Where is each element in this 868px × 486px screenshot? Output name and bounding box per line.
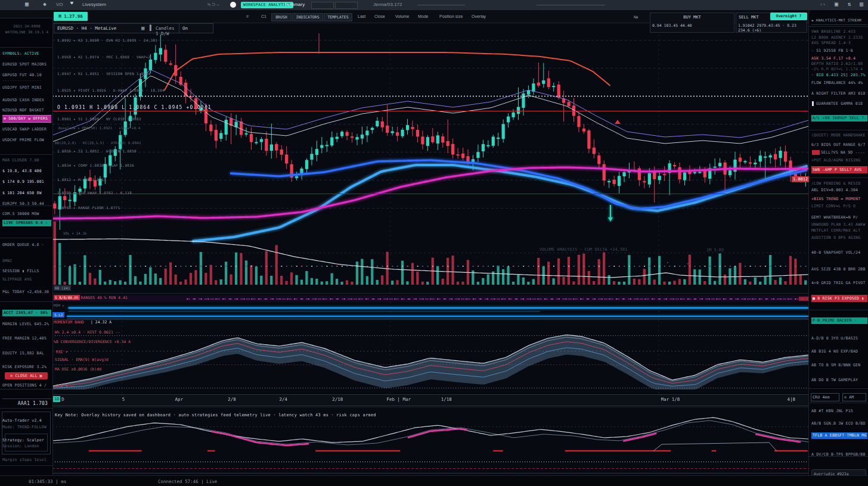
grid-icon[interactable]: ▦ <box>25 1 29 7</box>
list-item[interactable]: AVG SIZE 43B 0 BRR 2BB <box>811 266 867 272</box>
toolbar-button[interactable]: TEMPLATES <box>324 13 352 21</box>
list-item[interactable]: AB #T KBN JNL P15 SCHBBL <box>811 408 867 414</box>
list-item[interactable]: ⊖ CLOSE ALL ▣ <box>5 372 48 379</box>
list-item[interactable]: AUDITION 9 BPS AGING USE <box>811 235 867 241</box>
list-item[interactable]: UNWOUND PLAN 3.43 AWKW <box>811 222 867 228</box>
symbol-quote-button[interactable]: M 1.27.96 <box>54 12 88 21</box>
list-item[interactable]: +BIAS TREND = MOMENT <box>811 196 867 202</box>
list-item[interactable]: $ 101 204 650 8W <box>2 190 51 196</box>
toolbar-button[interactable]: BRUSH <box>271 13 292 21</box>
menu-item[interactable]: Volume <box>395 14 409 18</box>
list-item[interactable]: EURUSD SPOT MAJORS 44.52 <box>2 61 51 67</box>
heart-icon[interactable]: ♥ <box>70 1 73 6</box>
signal-icon[interactable]: ⇅ <box>848 1 851 7</box>
list-item[interactable]: A-D/B 0 3YO U/BASIS 3YB <box>811 335 867 341</box>
list-item[interactable]: Mode: TREND-FOLLOW <box>2 424 51 430</box>
sync-icon[interactable]: Ϟ Ͻ ‒ <box>207 2 219 7</box>
list-item[interactable]: - S1 92558 FB 1·6 ·40211 040 <box>811 48 867 54</box>
list-item[interactable]: A/L +99 168%UP SELL ? <box>811 115 867 122</box>
list-item[interactable]: SESSION ▮ FILLS 400A <box>2 268 51 274</box>
list-item[interactable]: WATCHLINE 30.19.1 4 43.10 <box>2 29 51 35</box>
grid-icon[interactable]: ▦ <box>141 25 144 31</box>
list-item[interactable]: +PUT ALD/AGMA RISING <box>811 157 867 163</box>
price-chart-canvas[interactable] <box>52 32 808 473</box>
c1-label[interactable]: C1 <box>261 14 266 18</box>
list-item[interactable]: SYMBOLS: ACTIVE 50.45 <box>2 51 51 57</box>
list-item[interactable]: USDCHF PRIME FLOW 50.05 <box>2 137 51 143</box>
menu-item[interactable]: Overlay <box>472 14 486 18</box>
list-item[interactable]: $ 174 0.9 195.001 <box>2 179 51 185</box>
list-item[interactable]: 4+0 GRID TRIG GA PIVOT 39B <box>811 280 867 286</box>
list-item[interactable]: LIVE SPREADS 0.4 - 1.2 <box>2 220 51 226</box>
list-item[interactable]: P·B PRIME BACKER · PLAY · BR <box>811 317 867 324</box>
list-item[interactable]: ~2% R.M BUY=L 1.174 4 F <box>811 66 867 72</box>
overnight-button[interactable]: Overnight ? <box>770 13 807 20</box>
bracket-icon[interactable]: ‹ › <box>820 2 825 7</box>
list-item[interactable]: SELL?VS NA 9D ---- <box>811 149 867 155</box>
list-item[interactable]: MAR CLOSER 7.00 <box>2 157 51 163</box>
list-item[interactable]: USDCAD SWAP LADDER 41.10 <box>2 126 51 132</box>
list-item[interactable]: ◈ ANALYTICS-MKT STREAM <box>811 16 867 25</box>
list-item[interactable]: ⊙ AM <box>842 393 866 401</box>
list-item[interactable]: ACCT 2345.67 · 98% <box>2 310 51 316</box>
gem-icon[interactable]: ◈ <box>43 1 46 7</box>
list-item[interactable]: COM.5 30000 MOW 6000 <box>2 211 51 217</box>
list-item[interactable]: SWB -AMP P SELL? AVG TA-B <box>811 166 867 173</box>
buy-quote-box[interactable]: BUY MKT 0.94 103.45 44.40 <box>650 13 734 33</box>
list-item[interactable]: NZDUSD NDF BASKET 39.15 <box>2 107 51 113</box>
list-item[interactable]: AVG SPREAD 1.4·3 40.73L 0.02 <box>811 40 867 46</box>
vo-icon[interactable]: VO <box>56 2 63 7</box>
list-item[interactable]: CRU 4mm <box>811 393 839 401</box>
list-item[interactable]: · BID 0.433 25] 203.7% 10 G <box>811 72 867 78</box>
menu-item[interactable]: Close <box>374 14 385 18</box>
list-item[interactable]: AAA1 1.703 <box>2 398 51 409</box>
list-item[interactable]: SLIPPAGE AVG 0.00012 <box>2 276 51 282</box>
list-item[interactable]: OMNI <box>2 258 51 264</box>
list-item[interactable]: LIMIT CONV=L P/S O STOP/ALL <box>811 203 867 209</box>
slider-track[interactable] <box>537 5 605 5</box>
list-item[interactable]: VWA BASELINE 2.433 4844 <box>811 29 867 35</box>
slider-track[interactable] <box>417 5 465 5</box>
no-toggle[interactable]: № <box>634 15 638 19</box>
list-item[interactable]: ABL DIV=0.003 4.304 PWNB <box>811 187 867 193</box>
menu-item[interactable]: Last <box>358 14 365 18</box>
list-item[interactable]: P&L TODAY +2,450.30 <box>2 289 51 295</box>
list-item[interactable]: TFLB A EBBSFT·TMBLN MG +B <box>811 432 867 439</box>
list-item[interactable]: ---------------- <box>2 77 51 83</box>
list-item[interactable]: Session: London <box>2 443 51 449</box>
menu-item[interactable]: Position size <box>439 14 463 18</box>
list-item[interactable]: 2021 34.0000 <box>2 23 51 29</box>
hash-icon[interactable]: # <box>246 14 249 18</box>
list-item[interactable]: FLOW IMBALANCE 44% 4% 234 <box>811 80 867 86</box>
list-item[interactable]: GEM? WHATBREAK=N P/ DARWIN <box>811 214 867 220</box>
menu-item[interactable]: Mode <box>418 14 429 18</box>
list-item[interactable]: ■ B RISK P3 EXPOSED ▮ <box>811 295 867 302</box>
toolbar-slot[interactable] <box>311 2 334 9</box>
list-item[interactable]: Strategy: Scalper 1m <box>2 437 51 443</box>
list-item[interactable]: AB DO B TW GAMEPLAY DBL <box>811 377 867 383</box>
list-item[interactable]: $ 19.8, 43.8 400 900 <box>2 168 51 174</box>
list-item[interactable]: /LOW PENDING & RESID AVG <box>811 180 867 186</box>
list-item[interactable]: GUARANTEE GAMMA 018 <box>811 101 867 107</box>
toolbar-button[interactable]: INDICATORS <box>292 13 323 21</box>
list-item[interactable]: Auto-Trader v2.4 <box>2 418 51 423</box>
toolbar-slot[interactable] <box>335 2 358 9</box>
list-item[interactable]: A NIGHT FILTER AM3 018 <box>811 91 867 96</box>
list-item[interactable]: MKTFLAT CORR/MAX ALT 905 <box>811 228 867 233</box>
list-item[interactable]: RISK EXPOSURE 3.2% <box>2 364 51 370</box>
list-item[interactable]: MARGIN LEVEL 645.2% <box>2 321 51 327</box>
panel-icon[interactable]: ▥ <box>860 1 863 7</box>
summary-tab[interactable]: Summary <box>284 2 305 7</box>
capture-icon[interactable]: ▣ <box>835 1 838 7</box>
list-item[interactable]: AB TO B SM B/NNN GEN <box>811 362 867 368</box>
list-item[interactable]: 6/3 BIDS OUT RANGE 6/7 <box>811 142 867 148</box>
list-item[interactable]: FREE MARGIN 12,405 <box>2 335 51 341</box>
record-indicator[interactable] <box>230 2 236 8</box>
list-item[interactable]: AUDUSD CASH INDEX 40.88 <box>2 97 51 103</box>
list-item[interactable]: AB/B SGN.B 3W ECO B/BD GEN <box>811 420 867 426</box>
list-item[interactable]: AB BIG 4 NO EXP/BAD GEN <box>811 348 867 354</box>
list-item[interactable]: (QUIET) MODE HANDSHAKE <box>811 132 867 138</box>
list-item[interactable]: 40-0 SNAPSHOT VOL/24 PTE <box>811 250 867 256</box>
list-item[interactable]: ⊕ 500/DAY w OFFERS 4 <box>2 115 51 123</box>
list-item[interactable]: EQUITY 15,882 BAL <box>2 350 51 356</box>
